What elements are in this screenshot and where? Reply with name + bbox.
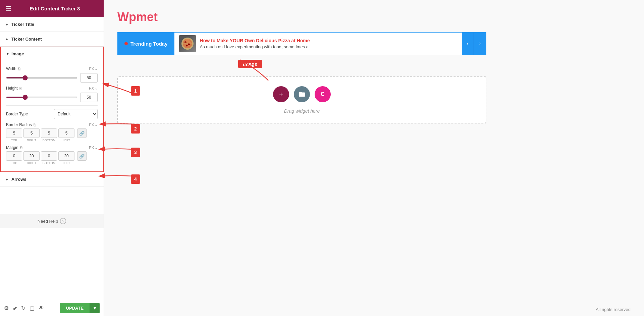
drop-zone: + Є Drag widget here <box>117 76 486 123</box>
sidebar-item-ticker-content[interactable]: ► Ticker Content <box>0 32 104 47</box>
chevron-down-icon-height: ⌄ <box>95 86 98 91</box>
help-icon[interactable]: ? <box>60 218 66 224</box>
image-badge: image <box>238 60 262 68</box>
margin-inputs: 0 TOP 20 RIGHT 0 BOTTOM 20 LEFT <box>6 151 98 165</box>
margin-right-input[interactable]: 20 <box>23 151 40 161</box>
radius-link-btn[interactable]: 🔗 <box>77 128 87 138</box>
width-slider-row: 50 <box>6 73 98 83</box>
folder-btn[interactable] <box>294 86 310 102</box>
margin-top-wrap: 0 TOP <box>6 151 22 165</box>
ticker-text-block: How to Make YOUR Own Delicious Pizza at … <box>200 38 457 49</box>
radius-right-input[interactable]: 5 <box>23 128 40 138</box>
margin-top-input[interactable]: 0 <box>6 151 22 161</box>
ticker-title-label: Ticker Title <box>11 22 34 27</box>
ticker-content: How to Make YOUR Own Delicious Pizza at … <box>174 33 462 55</box>
ticker-headline: How to Make YOUR Own Delicious Pizza at … <box>200 38 457 43</box>
ticker-prev-btn[interactable]: ‹ <box>462 33 474 55</box>
radius-top-input[interactable]: 5 <box>6 128 22 138</box>
settings-icon[interactable]: ⚙ <box>4 305 9 311</box>
pizza-svg <box>181 37 194 50</box>
drop-icons: + Є <box>273 86 331 102</box>
chevron-right-icon-2: ► <box>5 37 9 41</box>
border-type-select[interactable]: Default None Solid Dashed Dotted Double <box>54 109 98 119</box>
border-radius-row: Border Radius ⎘ PX ⌄ <box>6 122 98 127</box>
divider-1 <box>6 105 98 106</box>
need-help-row: Need Help ? <box>0 214 104 228</box>
width-label: Width ⎘ <box>6 66 20 71</box>
ticker-widget: Trending Today <box>117 32 486 55</box>
margin-bottom-wrap: 0 BOTTOM <box>41 151 57 165</box>
folder-svg <box>298 91 306 98</box>
image-section-label: Image <box>11 51 24 56</box>
ticker-image <box>179 35 196 52</box>
height-slider-row: 50 <box>6 93 98 102</box>
add-widget-btn[interactable]: + <box>273 86 289 102</box>
height-label: Height ⎘ <box>6 86 22 91</box>
radius-left-wrap: 5 LEFT <box>58 128 74 142</box>
radius-top-label: TOP <box>11 139 17 142</box>
brand-title: Wpmet <box>117 10 631 24</box>
chevron-down-icon: ▼ <box>6 52 9 56</box>
ticker-next-btn[interactable]: › <box>474 33 486 55</box>
update-button[interactable]: UPDATE <box>60 303 90 313</box>
radius-bottom-label: BOTTOM <box>43 139 55 142</box>
ticker-dot <box>124 42 128 45</box>
sidebar-item-image[interactable]: ▼ Image <box>1 47 103 59</box>
bottom-icons: ⚙ ⬋ ↻ ▢ 👁 <box>4 305 44 311</box>
radius-left-input[interactable]: 5 <box>58 128 74 138</box>
margin-label: Margin ⎘ <box>6 145 22 150</box>
sidebar-title: Edit Content Ticker 8 <box>30 6 80 11</box>
margin-left-input[interactable]: 20 <box>58 151 74 161</box>
sidebar-header: ☰ Edit Content Ticker 8 ⁤ <box>0 0 104 17</box>
radius-bottom-input[interactable]: 5 <box>41 128 57 138</box>
margin-bottom-label: BOTTOM <box>43 161 55 165</box>
hamburger-icon[interactable]: ☰ <box>5 5 11 13</box>
radius-bottom-wrap: 5 BOTTOM <box>41 128 57 142</box>
ticker-label-text: Trending Today <box>130 41 168 47</box>
margin-right-wrap: 20 RIGHT <box>23 151 40 165</box>
height-field-row: Height ⎘ PX ⌄ <box>6 86 98 91</box>
height-slider[interactable] <box>6 97 77 98</box>
sidebar: ☰ Edit Content Ticker 8 ⁤ ► Ticker Title… <box>0 0 104 316</box>
arrows-label: Arrows <box>11 177 26 182</box>
ticker-nav: ‹ › <box>462 33 486 55</box>
margin-row: Margin ⎘ PX ⌄ <box>6 145 98 150</box>
update-dropdown-button[interactable]: ▼ <box>90 303 100 313</box>
image-section-body: Width ⎘ PX ⌄ 50 Height ⎘ <box>1 59 103 171</box>
border-radius-inputs: 5 TOP 5 RIGHT 5 BOTTOM 5 LEFT <box>6 128 98 142</box>
chevron-right-icon: ► <box>5 22 9 26</box>
chevron-down-icon-radius: ⌄ <box>95 123 98 127</box>
margin-unit[interactable]: PX ⌄ <box>89 146 98 150</box>
history-icon[interactable]: ↻ <box>21 305 25 311</box>
margin-bottom-input[interactable]: 0 <box>41 151 57 161</box>
elementor-btn[interactable]: Є <box>315 86 331 102</box>
width-input[interactable]: 50 <box>80 73 98 83</box>
layers-icon[interactable]: ⬋ <box>13 305 17 311</box>
border-type-label: Border Type <box>6 112 28 116</box>
height-input[interactable]: 50 <box>80 93 98 102</box>
ticker-subtext: As much as I love experimenting with foo… <box>200 44 457 49</box>
margin-link-btn[interactable]: 🔗 <box>77 151 87 161</box>
width-slider[interactable] <box>6 77 77 78</box>
radius-top-wrap: 5 TOP <box>6 128 22 142</box>
margin-left-label: LEFT <box>63 161 70 165</box>
bottom-bar: ⚙ ⬋ ↻ ▢ 👁 UPDATE ▼ <box>0 300 104 316</box>
ticker-content-label: Ticker Content <box>11 37 42 42</box>
svg-point-4 <box>186 45 187 47</box>
radius-right-wrap: 5 RIGHT <box>23 128 40 142</box>
sidebar-item-arrows[interactable]: ► Arrows <box>0 172 104 187</box>
margin-left-wrap: 20 LEFT <box>58 151 74 165</box>
chevron-right-icon-arrows: ► <box>5 177 9 181</box>
main-inner: Wpmet Trending Today <box>104 0 644 303</box>
chevron-down-icon-margin: ⌄ <box>95 146 98 150</box>
eye-icon[interactable]: 👁 <box>39 305 44 311</box>
template-icon[interactable]: ▢ <box>30 305 35 311</box>
height-unit[interactable]: PX ⌄ <box>89 86 98 91</box>
image-badge-area: image <box>117 60 631 73</box>
width-unit[interactable]: PX ⌄ <box>89 67 98 71</box>
main-content: Wpmet Trending Today <box>104 0 644 316</box>
border-radius-unit[interactable]: PX ⌄ <box>89 123 98 127</box>
monitor-icon-width: ⎘ <box>18 67 20 71</box>
sidebar-item-ticker-title[interactable]: ► Ticker Title <box>0 17 104 32</box>
image-badge-wrap: image <box>238 60 262 68</box>
